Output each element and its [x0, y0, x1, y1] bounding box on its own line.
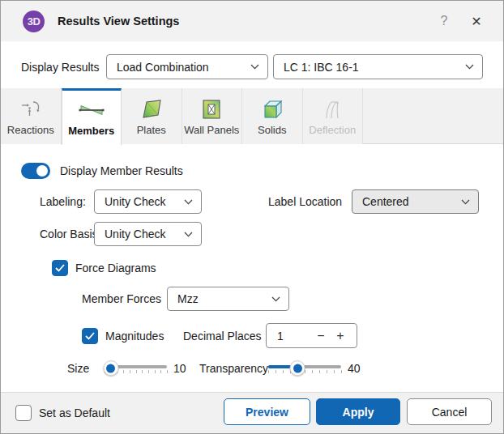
apply-button[interactable]: Apply [316, 398, 400, 425]
size-label: Size [67, 362, 89, 375]
force-diagrams-row: Force Diagrams [52, 260, 156, 276]
size-label-row: Size [67, 360, 89, 377]
color-basis-label: Color Basis [40, 228, 98, 240]
color-basis-value: Unity Check [105, 228, 177, 240]
transparency-label: Transparency [199, 362, 268, 375]
slider-ticks [268, 370, 341, 374]
toggle-knob [36, 165, 48, 177]
size-value: 10 [173, 362, 186, 375]
reactions-icon [19, 97, 42, 121]
labeling-value: Unity Check [105, 195, 177, 208]
display-results-label-row: Display Results [21, 54, 99, 80]
footer-bar: Set as Default Preview Apply Cancel [1, 392, 503, 433]
label-location-dropdown[interactable]: Centered [352, 189, 479, 214]
members-icon [79, 98, 105, 122]
results-tab-strip: Reactions Members [1, 88, 503, 144]
display-member-results-label: Display Member Results [60, 164, 183, 177]
results-category-dropdown[interactable]: Load Combination [106, 54, 268, 79]
transparency-slider[interactable] [268, 360, 341, 377]
slider-thumb[interactable] [103, 360, 118, 376]
tab-label: Members [68, 125, 114, 137]
display-results-label: Display Results [21, 61, 99, 74]
force-diagrams-label: Force Diagrams [75, 262, 156, 274]
decimal-places-label-row: Decimal Places [183, 323, 261, 348]
tab-solids[interactable]: Solids [242, 88, 303, 144]
checkmark-icon [55, 264, 65, 272]
decimal-places-label: Decimal Places [183, 330, 261, 343]
tab-label: Plates [137, 124, 166, 136]
label-location-label-row: Label Location [268, 189, 342, 214]
increment-button[interactable]: + [331, 329, 350, 343]
tab-members[interactable]: Members [62, 88, 122, 145]
chevron-down-icon [250, 64, 259, 70]
set-as-default-row: Set as Default [15, 405, 110, 421]
help-button[interactable]: ? [430, 1, 458, 41]
tab-deflection: Deflection [303, 88, 364, 144]
dialog-title: Results View Settings [58, 15, 179, 28]
preview-button[interactable]: Preview [224, 398, 310, 425]
tab-label: Reactions [7, 124, 54, 136]
decimal-places-spinner: 1 − + [266, 323, 357, 348]
display-member-results-row: Display Member Results [21, 161, 183, 181]
labeling-label-row: Labeling: [40, 189, 86, 214]
decimal-places-value[interactable]: 1 [277, 330, 311, 343]
cancel-button[interactable]: Cancel [407, 398, 492, 425]
chevron-down-icon [184, 232, 193, 237]
size-value-row: 10 [173, 360, 186, 377]
member-forces-label-row: Member Forces [82, 287, 161, 311]
color-basis-label-row: Color Basis [40, 222, 98, 246]
tab-reactions[interactable]: Reactions [1, 88, 62, 144]
plates-icon [139, 97, 164, 121]
magnitudes-label: Magnitudes [105, 330, 164, 343]
chevron-down-icon [184, 199, 193, 205]
member-forces-label: Member Forces [82, 292, 161, 305]
magnitudes-row: Magnitudes [82, 323, 164, 348]
labeling-label: Labeling: [40, 195, 86, 208]
size-slider[interactable] [105, 360, 167, 377]
label-location-value: Centered [362, 195, 455, 208]
member-forces-value: Mzz [177, 292, 265, 305]
close-icon[interactable]: ✕ [463, 1, 490, 41]
titlebar: 3D Results View Settings ? ✕ [1, 1, 503, 41]
chevron-down-icon [461, 199, 470, 205]
tab-label: Solids [258, 124, 286, 136]
results-category-value: Load Combination [117, 61, 244, 74]
transparency-value-row: 40 [348, 360, 361, 377]
chevron-down-icon [465, 64, 474, 70]
results-view-settings-dialog: 3D Results View Settings ? ✕ Display Res… [0, 0, 504, 434]
wall-panels-icon [201, 97, 222, 121]
color-basis-dropdown[interactable]: Unity Check [94, 222, 202, 246]
checkmark-icon [85, 332, 95, 340]
set-as-default-checkbox[interactable] [15, 405, 32, 421]
set-as-default-label: Set as Default [39, 406, 110, 419]
chevron-down-icon [271, 296, 280, 302]
app-logo-3d-icon: 3D [23, 11, 45, 32]
load-combination-value: LC 1: IBC 16-1 [284, 61, 459, 74]
load-combination-dropdown[interactable]: LC 1: IBC 16-1 [273, 54, 483, 79]
tab-wall-panels[interactable]: Wall Panels [182, 88, 243, 144]
slider-thumb[interactable] [290, 360, 305, 376]
tab-label: Wall Panels [184, 124, 239, 136]
deflection-icon [322, 97, 343, 121]
transparency-value: 40 [348, 362, 361, 375]
tab-plates[interactable]: Plates [122, 88, 182, 144]
solids-icon [260, 97, 284, 121]
decrement-button[interactable]: − [311, 329, 331, 343]
tab-label: Deflection [309, 124, 356, 136]
display-member-results-toggle[interactable] [21, 163, 50, 179]
labeling-dropdown[interactable]: Unity Check [94, 189, 202, 214]
magnitudes-checkbox[interactable] [82, 328, 98, 344]
member-forces-dropdown[interactable]: Mzz [167, 287, 289, 311]
transparency-label-row: Transparency [199, 360, 268, 377]
force-diagrams-checkbox[interactable] [52, 260, 68, 276]
label-location-label: Label Location [268, 195, 342, 208]
